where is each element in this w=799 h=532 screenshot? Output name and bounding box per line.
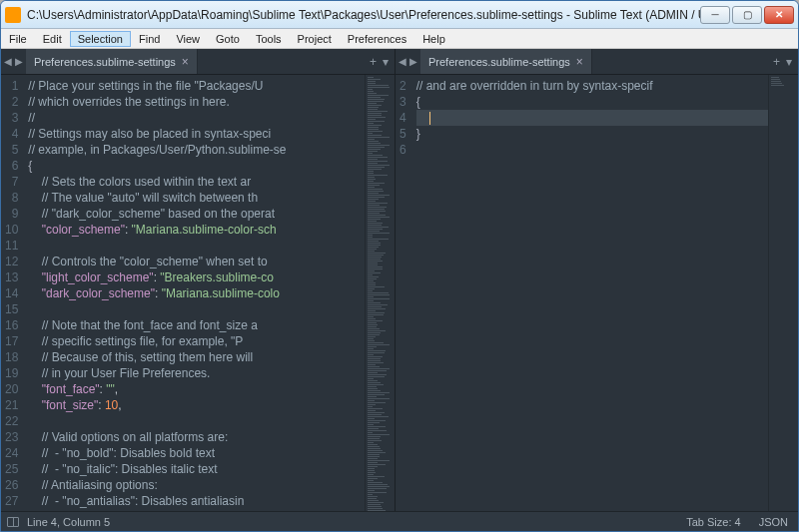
- pane-right: ◀ ▶ Preferences.sublime-settings × + ▾ 2…: [396, 49, 798, 511]
- tab-close-icon[interactable]: ×: [576, 55, 583, 69]
- panel-switcher-icon[interactable]: [7, 517, 19, 527]
- menubar: File Edit Selection Find View Goto Tools…: [1, 29, 798, 49]
- tab-actions: + ▾: [773, 49, 798, 74]
- menu-tools[interactable]: Tools: [248, 31, 290, 47]
- maximize-button[interactable]: ▢: [732, 6, 762, 24]
- window-title: C:\Users\Administrator\AppData\Roaming\S…: [27, 8, 700, 22]
- gutter-left: 1234567891011121314151617181920212223242…: [1, 75, 24, 511]
- status-tabsize[interactable]: Tab Size: 4: [686, 516, 740, 528]
- tab-actions: + ▾: [370, 49, 395, 74]
- nav-back-icon[interactable]: ◀: [399, 56, 406, 67]
- code-area-left[interactable]: 1234567891011121314151617181920212223242…: [1, 75, 395, 511]
- statusbar: Line 4, Column 5 Tab Size: 4 JSON: [1, 511, 798, 531]
- tab-label: Preferences.sublime-settings: [34, 56, 176, 68]
- minimap-left[interactable]: [365, 75, 395, 511]
- tab-nav-arrows[interactable]: ◀ ▶: [396, 49, 420, 74]
- new-tab-icon[interactable]: +: [773, 55, 780, 69]
- tabbar-right: ◀ ▶ Preferences.sublime-settings × + ▾: [396, 49, 798, 75]
- close-button[interactable]: ✕: [764, 6, 794, 24]
- titlebar[interactable]: C:\Users\Administrator\AppData\Roaming\S…: [1, 1, 798, 29]
- nav-back-icon[interactable]: ◀: [4, 56, 12, 67]
- nav-fwd-icon[interactable]: ▶: [409, 56, 417, 67]
- tab-close-icon[interactable]: ×: [182, 55, 189, 69]
- tab-right[interactable]: Preferences.sublime-settings ×: [420, 49, 592, 74]
- minimize-button[interactable]: ─: [700, 6, 730, 24]
- tab-nav-arrows[interactable]: ◀ ▶: [1, 49, 26, 74]
- menu-file[interactable]: File: [1, 31, 35, 47]
- tab-menu-icon[interactable]: ▾: [786, 55, 792, 69]
- tab-label: Preferences.sublime-settings: [428, 56, 570, 68]
- menu-help[interactable]: Help: [414, 31, 453, 47]
- code-left[interactable]: // Place your settings in the file "Pack…: [24, 75, 365, 511]
- window-buttons: ─ ▢ ✕: [700, 6, 794, 24]
- menu-view[interactable]: View: [168, 31, 208, 47]
- gutter-right: 23456: [396, 75, 412, 511]
- code-right[interactable]: // and are overridden in turn by syntax-…: [412, 75, 768, 511]
- menu-preferences[interactable]: Preferences: [340, 31, 414, 47]
- app-window: C:\Users\Administrator\AppData\Roaming\S…: [0, 0, 799, 532]
- tab-menu-icon[interactable]: ▾: [383, 55, 389, 69]
- tab-left[interactable]: Preferences.sublime-settings ×: [26, 49, 198, 74]
- tabbar-left: ◀ ▶ Preferences.sublime-settings × + ▾: [1, 49, 395, 75]
- menu-selection[interactable]: Selection: [70, 31, 131, 47]
- status-position[interactable]: Line 4, Column 5: [27, 516, 110, 528]
- editor-area: ◀ ▶ Preferences.sublime-settings × + ▾ 1…: [1, 49, 798, 511]
- code-area-right[interactable]: 23456 // and are overridden in turn by s…: [396, 75, 798, 511]
- menu-goto[interactable]: Goto: [208, 31, 248, 47]
- minimap-right[interactable]: [768, 75, 798, 511]
- app-icon: [5, 7, 21, 23]
- menu-edit[interactable]: Edit: [35, 31, 70, 47]
- pane-left: ◀ ▶ Preferences.sublime-settings × + ▾ 1…: [1, 49, 396, 511]
- nav-fwd-icon[interactable]: ▶: [15, 56, 23, 67]
- menu-project[interactable]: Project: [290, 31, 340, 47]
- new-tab-icon[interactable]: +: [370, 55, 377, 69]
- menu-find[interactable]: Find: [131, 31, 168, 47]
- status-syntax[interactable]: JSON: [759, 516, 788, 528]
